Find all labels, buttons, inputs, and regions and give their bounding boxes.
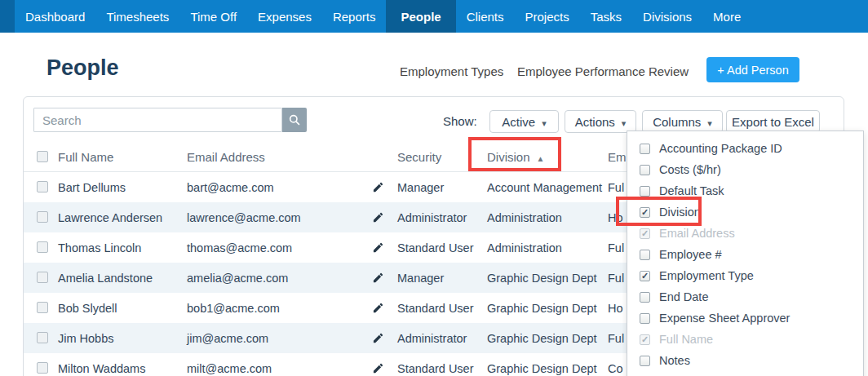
columns-menu-item[interactable]: Expense Sheet Approver xyxy=(627,307,863,329)
columns-menu-item[interactable]: Email Address xyxy=(627,223,863,244)
nav-item[interactable]: Reports xyxy=(322,0,387,33)
columns-menu-item[interactable]: Notes xyxy=(627,350,863,371)
cell-employment-type: Ful xyxy=(608,272,624,285)
edit-icon[interactable] xyxy=(372,362,384,376)
checkbox-icon[interactable] xyxy=(640,292,650,303)
nav-item[interactable]: Timesheets xyxy=(95,0,179,33)
nav-item[interactable]: Time Off xyxy=(179,0,247,33)
edit-icon[interactable] xyxy=(372,181,384,196)
checkbox-icon[interactable] xyxy=(640,186,650,197)
column-header-email[interactable]: Email Address xyxy=(187,150,265,164)
nav-item-label: Projects xyxy=(525,10,569,24)
cell-security: Manager xyxy=(397,181,444,194)
nav-item[interactable]: Tasks xyxy=(580,0,632,33)
columns-menu-item[interactable]: Employment Type xyxy=(627,265,863,286)
nav-item[interactable]: Expenses xyxy=(247,0,322,33)
columns-menu-item[interactable]: Division xyxy=(627,201,863,223)
nav-item[interactable]: People xyxy=(386,0,455,33)
columns-dropdown[interactable]: Columns xyxy=(642,110,723,133)
checkbox-icon[interactable] xyxy=(640,144,650,154)
columns-menu-item[interactable]: Employee # xyxy=(627,244,863,265)
checkbox-icon[interactable] xyxy=(640,313,650,324)
division-header-label: Division xyxy=(487,150,530,164)
edit-icon[interactable] xyxy=(372,241,384,256)
nav-item-label: Dashboard xyxy=(25,10,85,24)
columns-menu-item-label: Notes xyxy=(659,354,690,367)
actions-dropdown[interactable]: Actions xyxy=(565,110,636,133)
nav-item-label: Expenses xyxy=(258,10,312,24)
column-header-division[interactable]: Division▲ xyxy=(487,150,544,164)
row-checkbox[interactable] xyxy=(37,211,48,223)
cell-division: Administration xyxy=(487,241,562,254)
columns-menu-item[interactable]: Accounting Package ID xyxy=(627,138,863,159)
row-checkbox[interactable] xyxy=(37,302,48,313)
checkbox-icon[interactable] xyxy=(640,271,650,281)
row-checkbox[interactable] xyxy=(37,272,48,283)
cell-employment-type: Ho xyxy=(608,302,623,315)
cell-email: amelia@acme.com xyxy=(187,272,288,285)
cell-employment-type: Ho xyxy=(608,211,623,224)
edit-icon[interactable] xyxy=(372,211,384,226)
columns-menu: Accounting Package ID Costs ($/hr) Defau… xyxy=(627,130,864,376)
cell-division: Administration xyxy=(487,211,562,224)
status-filter-dropdown[interactable]: Active xyxy=(489,110,559,133)
cell-email: bob1@acme.com xyxy=(187,302,280,315)
show-label: Show: xyxy=(443,114,477,128)
cell-division: Graphic Design Dept xyxy=(487,302,597,315)
nav-item[interactable]: More xyxy=(702,0,751,33)
column-header-full-name[interactable]: Full Name xyxy=(58,150,113,164)
actions-label: Actions xyxy=(575,115,615,129)
columns-menu-item-label: Expense Sheet Approver xyxy=(659,312,790,325)
cell-security: Administrator xyxy=(397,332,467,345)
status-filter-value: Active xyxy=(502,115,535,129)
nav-item-label: Tasks xyxy=(591,10,622,24)
search-button[interactable] xyxy=(282,108,307,132)
cell-security: Standard User xyxy=(397,302,474,315)
search-input[interactable] xyxy=(33,108,282,132)
nav-item-label: Divisions xyxy=(643,10,692,24)
nav-item[interactable]: Dashboard xyxy=(15,0,95,33)
checkbox-icon[interactable] xyxy=(640,228,650,239)
top-nav: Dashboard Timesheets Time Off Expenses R… xyxy=(0,0,868,33)
nav-item[interactable]: Divisions xyxy=(632,0,702,33)
add-person-button[interactable]: + Add Person xyxy=(706,57,799,82)
columns-menu-item[interactable]: Full Name xyxy=(627,329,863,350)
employment-types-link[interactable]: Employment Types xyxy=(400,64,503,78)
nav-item[interactable]: Projects xyxy=(515,0,580,33)
edit-icon[interactable] xyxy=(372,332,384,347)
cell-full-name: Jim Hobbs xyxy=(58,332,114,345)
row-checkbox[interactable] xyxy=(37,181,48,192)
edit-icon[interactable] xyxy=(372,302,384,316)
sort-ascending-icon: ▲ xyxy=(537,154,545,163)
row-checkbox[interactable] xyxy=(37,241,48,253)
columns-menu-item[interactable]: Costs ($/hr) xyxy=(627,159,863,180)
checkbox-icon[interactable] xyxy=(640,207,650,218)
select-all-checkbox[interactable] xyxy=(37,151,48,162)
edit-icon[interactable] xyxy=(372,272,384,286)
row-checkbox[interactable] xyxy=(37,332,48,343)
cell-security: Standard User xyxy=(397,241,474,254)
column-header-security[interactable]: Security xyxy=(397,150,441,164)
columns-menu-item-label: End Date xyxy=(659,290,708,303)
checkbox-icon[interactable] xyxy=(640,356,650,366)
nav-item[interactable]: Clients xyxy=(456,0,515,33)
checkbox-icon[interactable] xyxy=(640,334,650,345)
caret-down-icon xyxy=(542,115,547,129)
cell-division: Graphic Design Dept xyxy=(487,362,597,375)
employee-performance-review-link[interactable]: Employee Performance Review xyxy=(517,64,689,78)
caret-down-icon xyxy=(707,115,712,129)
columns-menu-item[interactable]: Default Task xyxy=(627,180,863,201)
row-checkbox[interactable] xyxy=(37,362,48,374)
columns-menu-item-label: Costs ($/hr) xyxy=(659,163,721,176)
checkbox-icon[interactable] xyxy=(640,250,650,260)
columns-menu-item-label: Employee # xyxy=(659,248,722,261)
columns-menu-item[interactable]: End Date xyxy=(627,286,863,307)
export-to-excel-button[interactable]: Export to Excel xyxy=(726,110,820,133)
columns-menu-item-label: Accounting Package ID xyxy=(659,142,782,155)
nav-item-label: More xyxy=(713,10,741,24)
checkbox-icon[interactable] xyxy=(640,165,650,175)
cell-division: Account Management xyxy=(487,181,602,194)
cell-full-name: Lawrence Andersen xyxy=(58,211,162,224)
column-header-employment-type[interactable]: Em xyxy=(608,150,627,164)
columns-menu-item-label: Default Task xyxy=(659,184,724,197)
